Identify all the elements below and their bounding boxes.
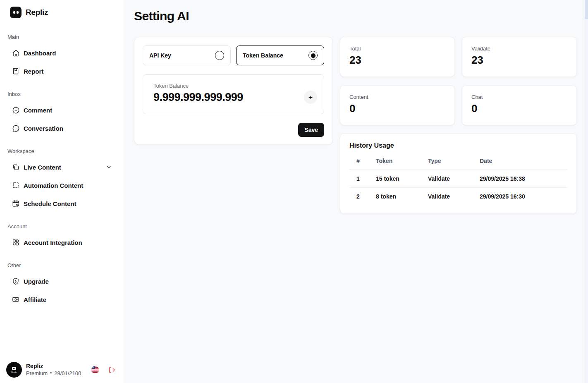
language-flag-icon[interactable] — [91, 366, 99, 374]
table-header-row: # Token Type Date — [349, 154, 567, 170]
sidebar-item-conversation[interactable]: Conversation — [7, 119, 117, 137]
cell-date: 29/09/2025 16:38 — [480, 170, 567, 188]
report-icon — [12, 67, 20, 75]
sidebar-item-report[interactable]: Report — [7, 62, 117, 80]
sidebar-item-label: Comment — [24, 107, 52, 114]
nav-section-account: Account Account Integration — [7, 223, 117, 251]
column-header-number: # — [349, 154, 376, 170]
table-row: 1 15 token Validate 29/09/2025 16:38 — [349, 170, 567, 188]
sidebar-item-label: Schedule Content — [24, 200, 76, 207]
stat-label: Validate — [471, 45, 567, 52]
sidebar-item-label: Conversation — [24, 125, 63, 132]
sidebar-item-automation-content[interactable]: Automation Content — [7, 176, 117, 194]
user-date: 29/01/2100 — [54, 371, 81, 377]
chevron-down-icon[interactable] — [105, 164, 112, 170]
sidebar-item-account-integration[interactable]: Account Integration — [7, 233, 117, 251]
scrollbar[interactable] — [585, 0, 588, 383]
setting-ai-card: API Key Token Balance Token Balance 9.99… — [134, 37, 333, 145]
avatar: Repliz — [6, 362, 22, 378]
radio-checked-icon[interactable] — [308, 51, 318, 60]
user-plan: Premium — [26, 371, 48, 377]
history-usage-title: History Usage — [349, 142, 567, 149]
sidebar-item-label: Report — [24, 68, 43, 75]
cell-token: 8 token — [376, 188, 428, 206]
column-header-token: Token — [376, 154, 428, 170]
user-plan-line: Premium • 29/01/2100 — [26, 371, 81, 377]
repliz-logo-icon — [10, 7, 22, 18]
avatar-logo-icon — [12, 367, 16, 370]
page-title: Setting AI — [134, 9, 588, 23]
user-name: Repliz — [26, 363, 81, 369]
save-button[interactable]: Save — [298, 123, 324, 137]
radio-unchecked-icon[interactable] — [215, 51, 224, 60]
sidebar-item-affiliate[interactable]: Affiliate — [7, 290, 117, 309]
section-label-main: Main — [7, 34, 117, 41]
token-balance-label: Token Balance — [153, 83, 317, 89]
sidebar-item-comment[interactable]: Comment — [7, 101, 117, 119]
section-label-other: Other — [7, 262, 117, 270]
cell-type: Validate — [428, 188, 480, 206]
scrollbar-thumb[interactable] — [585, 0, 588, 19]
sidebar-item-label: Affiliate — [24, 296, 46, 303]
section-label-inbox: Inbox — [7, 91, 117, 98]
stat-card-chat: Chat 0 — [462, 85, 577, 125]
sidebar: Repliz Main Dashboard Report Inbox — [0, 0, 124, 383]
stat-card-validate: Validate 23 — [462, 37, 577, 77]
brand[interactable]: Repliz — [0, 0, 124, 25]
sidebar-item-upgrade[interactable]: Upgrade — [7, 272, 117, 290]
brand-name: Repliz — [26, 8, 48, 17]
option-token-balance[interactable]: Token Balance — [236, 45, 324, 65]
nav-section-main: Main Dashboard Report — [7, 34, 117, 80]
token-balance-value: 9.999.999.999.999 — [153, 91, 243, 104]
nav-section-other: Other Upgrade Affiliate — [7, 262, 117, 309]
stat-value: 23 — [349, 54, 445, 67]
stat-label: Chat — [471, 94, 567, 100]
cell-number: 1 — [349, 170, 376, 188]
account-integration-icon — [12, 238, 20, 247]
cell-number: 2 — [349, 188, 376, 206]
table-row: 2 8 token Validate 29/09/2025 16:30 — [349, 188, 567, 206]
stat-card-total: Total 23 — [340, 37, 455, 77]
history-usage-card: History Usage # Token Type Date 1 1 — [340, 133, 577, 214]
live-content-icon — [12, 163, 20, 171]
stat-value: 0 — [471, 102, 567, 115]
sidebar-item-label: Live Content — [24, 164, 61, 171]
section-label-account: Account — [7, 223, 117, 231]
user-info: Repliz Premium • 29/01/2100 — [26, 363, 81, 376]
history-usage-table: # Token Type Date 1 15 token Validate 29… — [349, 154, 567, 205]
sidebar-item-schedule-content[interactable]: Schedule Content — [7, 194, 117, 213]
automation-content-icon — [12, 181, 20, 189]
sidebar-item-label: Dashboard — [24, 50, 56, 57]
main-content: Setting AI API Key Token Balance Token B… — [124, 0, 588, 383]
sidebar-item-label: Automation Content — [24, 182, 83, 189]
sidebar-item-label: Account Integration — [24, 239, 82, 246]
option-api-key[interactable]: API Key — [143, 45, 231, 65]
schedule-content-icon — [12, 199, 20, 208]
stat-value: 0 — [349, 102, 445, 115]
stat-card-content: Content 0 — [340, 85, 455, 125]
sidebar-item-live-content[interactable]: Live Content — [7, 158, 117, 176]
comment-icon — [12, 106, 20, 114]
separator-dot: • — [50, 371, 52, 376]
sidebar-nav: Main Dashboard Report Inbox Comment — [0, 34, 124, 309]
sidebar-item-dashboard[interactable]: Dashboard — [7, 44, 117, 62]
nav-section-inbox: Inbox Comment Conversation — [7, 91, 117, 137]
option-label: API Key — [149, 52, 171, 59]
affiliate-icon — [12, 295, 20, 304]
stat-label: Total — [349, 45, 445, 52]
cell-date: 29/09/2025 16:30 — [480, 188, 567, 206]
stat-value: 23 — [471, 54, 567, 67]
nav-section-workspace: Workspace Live Content Automation Conten… — [7, 148, 117, 213]
column-header-type: Type — [428, 154, 480, 170]
stat-label: Content — [349, 94, 445, 100]
add-token-button[interactable]: + — [304, 91, 317, 104]
stats-column: Total 23 Validate 23 Content 0 Chat 0 Hi… — [340, 37, 577, 214]
cell-token: 15 token — [376, 170, 428, 188]
sidebar-item-label: Upgrade — [24, 278, 49, 285]
logout-icon[interactable] — [108, 366, 115, 373]
conversation-icon — [12, 124, 20, 132]
option-label: Token Balance — [243, 52, 283, 59]
upgrade-icon — [12, 277, 20, 285]
user-box: Repliz Repliz Premium • 29/01/2100 — [6, 361, 119, 379]
token-balance-field: Token Balance 9.999.999.999.999 + — [143, 74, 324, 114]
